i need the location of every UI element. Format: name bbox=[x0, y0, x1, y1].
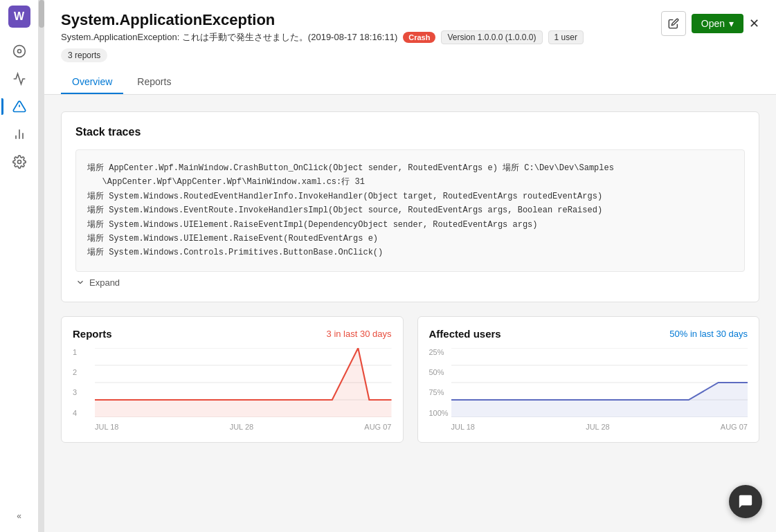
affected-users-x-aug07: AUG 07 bbox=[721, 423, 748, 431]
tab-overview[interactable]: Overview bbox=[61, 71, 123, 94]
reports-y-2: 2 bbox=[73, 368, 95, 376]
affected-users-y-25: 25% bbox=[429, 348, 451, 356]
reports-y-1: 1 bbox=[73, 348, 95, 356]
svg-point-7 bbox=[17, 160, 21, 164]
reports-y-3: 3 bbox=[73, 388, 95, 396]
stack-trace-line-1: 場所 AppCenter.Wpf.MainWindow.CrashButton_… bbox=[87, 161, 733, 175]
stack-traces-title: Stack traces bbox=[75, 126, 745, 138]
scrollbar-track[interactable] bbox=[39, 0, 44, 532]
affected-users-chart-area: 100% 75% 50% 25% bbox=[429, 348, 748, 431]
affected-users-y-75: 75% bbox=[429, 388, 451, 396]
svg-point-1 bbox=[17, 50, 21, 53]
affected-users-chart-header: Affected users 50% in last 30 days bbox=[429, 328, 748, 340]
reports-chart-header: Reports 3 in last 30 days bbox=[73, 328, 392, 340]
affected-users-chart-svg bbox=[451, 348, 748, 417]
reports-chart-area: 4 3 2 1 bbox=[73, 348, 392, 431]
affected-users-chart-card: Affected users 50% in last 30 days 100% … bbox=[417, 316, 760, 443]
affected-users-y-labels: 100% 75% 50% 25% bbox=[429, 348, 451, 417]
stack-trace-line-5: 場所 System.Windows.UIElement.RaiseEventIm… bbox=[87, 218, 733, 232]
subtitle-text: System.ApplicationException: これは手動で発生させま… bbox=[61, 31, 397, 44]
charts-row: Reports 3 in last 30 days 4 3 2 1 bbox=[61, 316, 759, 443]
affected-users-x-labels: JUL 18 JUL 28 AUG 07 bbox=[451, 423, 748, 431]
sidebar-item-home[interactable] bbox=[7, 39, 32, 64]
edit-button[interactable] bbox=[661, 11, 686, 36]
stack-trace-line-6: 場所 System.Windows.UIElement.RaiseEvent(R… bbox=[87, 232, 733, 246]
svg-marker-19 bbox=[451, 383, 748, 417]
stack-trace-line-7: 場所 System.Windows.Controls.Primitives.Bu… bbox=[87, 246, 733, 259]
sidebar-item-settings[interactable] bbox=[7, 149, 32, 174]
reports-chart-title: Reports bbox=[73, 328, 112, 340]
affected-users-y-100: 100% bbox=[429, 409, 451, 417]
header-top: System.ApplicationException System.Appli… bbox=[61, 11, 759, 62]
tabs: Overview Reports bbox=[61, 71, 759, 94]
close-button[interactable]: ✕ bbox=[749, 16, 759, 31]
sidebar-item-charts[interactable] bbox=[7, 122, 32, 147]
sidebar: W « bbox=[0, 0, 39, 532]
sidebar-expand-button[interactable]: « bbox=[11, 506, 27, 526]
reports-badge: 3 reports bbox=[61, 48, 107, 62]
reports-y-4: 4 bbox=[73, 409, 95, 417]
reports-chart-stat: 3 in last 30 days bbox=[327, 329, 392, 339]
scrollbar-thumb[interactable] bbox=[39, 0, 44, 28]
sidebar-item-diagnostics[interactable] bbox=[7, 94, 32, 119]
svg-point-0 bbox=[13, 46, 25, 57]
affected-users-chart-title: Affected users bbox=[429, 328, 501, 340]
affected-users-x-jul28: JUL 28 bbox=[586, 423, 609, 431]
affected-users-y-50: 50% bbox=[429, 368, 451, 376]
reports-x-jul18: JUL 18 bbox=[95, 423, 118, 431]
header: System.ApplicationException System.Appli… bbox=[44, 0, 776, 95]
page-title: System.ApplicationException bbox=[61, 11, 584, 29]
expand-label: Expand bbox=[89, 277, 120, 288]
affected-users-x-jul18: JUL 18 bbox=[451, 423, 475, 431]
header-info: System.ApplicationException System.Appli… bbox=[61, 11, 584, 62]
reports-x-labels: JUL 18 JUL 28 AUG 07 bbox=[95, 423, 392, 431]
stack-trace-line-2: \AppCenter.Wpf\AppCenter.Wpf\MainWindow.… bbox=[87, 175, 733, 189]
affected-users-chart-stat: 50% in last 30 days bbox=[669, 329, 748, 339]
tab-reports[interactable]: Reports bbox=[126, 71, 182, 94]
header-subtitle: System.ApplicationException: これは手動で発生させま… bbox=[61, 30, 584, 44]
open-button[interactable]: Open ▾ bbox=[692, 14, 743, 33]
chat-button[interactable] bbox=[729, 485, 762, 518]
open-button-label: Open bbox=[701, 18, 725, 29]
crash-badge: Crash bbox=[403, 32, 435, 43]
header-actions: Open ▾ ✕ bbox=[661, 11, 759, 36]
reports-chart-card: Reports 3 in last 30 days 4 3 2 1 bbox=[61, 316, 404, 443]
content-area: Stack traces 場所 AppCenter.Wpf.MainWindow… bbox=[44, 95, 776, 532]
version-badge: Version 1.0.0.0 (1.0.0.0) bbox=[441, 30, 542, 44]
reports-x-aug07: AUG 07 bbox=[364, 423, 391, 431]
sidebar-logo[interactable]: W bbox=[8, 6, 30, 28]
stack-trace-content: 場所 AppCenter.Wpf.MainWindow.CrashButton_… bbox=[75, 149, 745, 272]
sidebar-item-analytics[interactable] bbox=[7, 66, 32, 91]
stack-trace-line-4: 場所 System.Windows.EventRoute.InvokeHandl… bbox=[87, 203, 733, 217]
stack-traces-card: Stack traces 場所 AppCenter.Wpf.MainWindow… bbox=[61, 111, 759, 302]
main-content: System.ApplicationException System.Appli… bbox=[44, 0, 776, 532]
expand-button[interactable]: Expand bbox=[75, 272, 745, 288]
users-badge: 1 user bbox=[548, 30, 584, 44]
reports-chart-svg bbox=[95, 348, 392, 417]
reports-y-labels: 4 3 2 1 bbox=[73, 348, 95, 417]
stack-trace-line-3: 場所 System.Windows.RoutedEventHandlerInfo… bbox=[87, 190, 733, 203]
open-dropdown-icon: ▾ bbox=[729, 18, 734, 29]
reports-x-jul28: JUL 28 bbox=[230, 423, 253, 431]
